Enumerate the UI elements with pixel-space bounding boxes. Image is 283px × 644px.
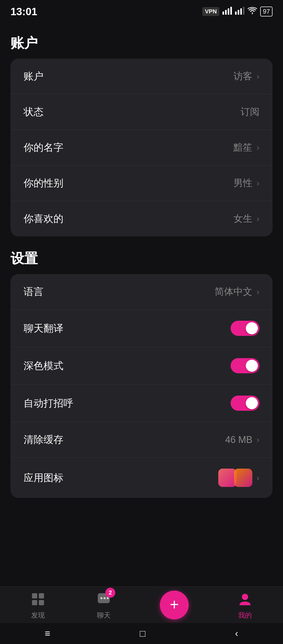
status-bar: 13:01 VPN xyxy=(0,0,283,21)
nav-item-chat[interactable]: 2 聊天 xyxy=(94,590,113,620)
status-label: 状态 xyxy=(24,105,43,119)
svg-rect-11 xyxy=(39,600,44,605)
status-row[interactable]: 状态 订阅 xyxy=(10,94,273,130)
status-time: 13:01 xyxy=(10,6,37,18)
svg-point-15 xyxy=(107,597,109,599)
name-value-group: 黯笙 › xyxy=(233,141,259,154)
language-value-group: 简体中文 › xyxy=(215,285,259,298)
signal-icon xyxy=(222,7,232,16)
dark-mode-row[interactable]: 深色模式 xyxy=(10,347,273,385)
gender-value-group: 男性 › xyxy=(233,177,259,190)
preference-chevron-icon: › xyxy=(257,214,259,224)
clear-cache-label: 清除缓存 xyxy=(24,433,63,446)
preference-label: 你喜欢的 xyxy=(24,212,63,225)
main-content: 账户 账户 访客 › 状态 订阅 你的名字 黯笙 › 你的性别 xyxy=(0,21,283,498)
language-value: 简体中文 xyxy=(215,285,252,298)
language-row[interactable]: 语言 简体中文 › xyxy=(10,274,273,310)
svg-rect-7 xyxy=(243,7,244,15)
svg-rect-0 xyxy=(222,12,224,15)
status-icons: VPN 97 xyxy=(202,7,273,16)
chat-translate-row[interactable]: 聊天翻译 xyxy=(10,310,273,347)
svg-point-16 xyxy=(242,594,248,600)
svg-rect-10 xyxy=(32,600,37,605)
svg-rect-4 xyxy=(235,12,237,15)
app-icon-value-group: › xyxy=(218,469,259,487)
profile-icon xyxy=(236,590,254,609)
preference-value: 女生 xyxy=(233,212,252,225)
chat-translate-knob xyxy=(246,322,258,334)
settings-card: 语言 简体中文 › 聊天翻译 深色模式 自动打招呼 xyxy=(10,274,273,498)
app-icon-row[interactable]: 应用图标 › xyxy=(10,458,273,498)
auto-greet-row[interactable]: 自动打招呼 xyxy=(10,385,273,422)
vpn-icon: VPN xyxy=(202,7,219,16)
nav-label-profile: 我的 xyxy=(238,611,252,620)
chat-translate-label: 聊天翻译 xyxy=(24,322,63,335)
preference-row[interactable]: 你喜欢的 女生 › xyxy=(10,201,273,236)
clear-cache-value: 46 MB xyxy=(225,434,252,445)
account-row[interactable]: 账户 访客 › xyxy=(10,59,273,94)
nav-label-chat: 聊天 xyxy=(97,611,111,620)
account-label: 账户 xyxy=(24,70,43,83)
gender-row[interactable]: 你的性别 男性 › xyxy=(10,165,273,201)
nav-item-profile[interactable]: 我的 xyxy=(236,590,254,620)
app-icon-previews xyxy=(218,469,252,487)
account-section-title: 账户 xyxy=(10,34,273,52)
bottom-nav: 发现 2 聊天 + 我的 xyxy=(0,586,283,623)
language-label: 语言 xyxy=(24,285,43,298)
discover-icon xyxy=(29,590,47,609)
home-button[interactable]: □ xyxy=(140,628,146,639)
account-card: 账户 访客 › 状态 订阅 你的名字 黯笙 › 你的性别 男性 xyxy=(10,59,273,236)
svg-rect-5 xyxy=(238,10,239,15)
gender-value: 男性 xyxy=(233,177,252,190)
auto-greet-toggle[interactable] xyxy=(231,396,259,411)
chat-icon: 2 xyxy=(94,590,113,609)
battery-icon: 97 xyxy=(260,7,273,16)
svg-point-14 xyxy=(104,597,106,599)
dark-mode-label: 深色模式 xyxy=(24,359,63,373)
name-value: 黯笙 xyxy=(233,141,252,154)
clear-cache-chevron-icon: › xyxy=(257,435,259,445)
svg-rect-1 xyxy=(225,10,227,15)
auto-greet-knob xyxy=(246,397,258,409)
fab-button[interactable]: + xyxy=(160,591,189,619)
svg-rect-8 xyxy=(32,593,37,598)
account-value: 访客 xyxy=(233,70,252,83)
account-value-group: 访客 › xyxy=(233,70,259,83)
signal2-icon xyxy=(235,7,244,16)
system-nav: ≡ □ ‹ xyxy=(0,623,283,644)
gender-label: 你的性别 xyxy=(24,176,63,190)
app-icon-chevron-icon: › xyxy=(257,473,259,483)
language-chevron-icon: › xyxy=(257,287,259,297)
fab-icon: + xyxy=(170,597,179,612)
account-chevron-icon: › xyxy=(257,71,259,81)
dark-mode-toggle[interactable] xyxy=(231,358,259,373)
clear-cache-value-group: 46 MB › xyxy=(225,434,259,445)
name-row[interactable]: 你的名字 黯笙 › xyxy=(10,130,273,165)
settings-section-title: 设置 xyxy=(10,249,273,268)
auto-greet-label: 自动打招呼 xyxy=(24,397,73,410)
status-value: 订阅 xyxy=(241,106,259,118)
menu-button[interactable]: ≡ xyxy=(45,628,50,639)
dark-mode-knob xyxy=(246,360,258,372)
svg-rect-6 xyxy=(240,8,242,15)
svg-point-13 xyxy=(100,597,102,599)
nav-item-discover[interactable]: 发现 xyxy=(29,590,47,620)
name-label: 你的名字 xyxy=(24,141,63,154)
preference-value-group: 女生 › xyxy=(233,212,259,225)
clear-cache-row[interactable]: 清除缓存 46 MB › xyxy=(10,422,273,458)
chat-badge: 2 xyxy=(105,588,115,598)
app-icon-preview-2 xyxy=(234,469,252,487)
nav-label-discover: 发现 xyxy=(31,611,45,620)
svg-rect-2 xyxy=(228,8,229,15)
svg-rect-3 xyxy=(230,7,232,15)
wifi-icon xyxy=(248,7,257,16)
chat-translate-toggle[interactable] xyxy=(231,321,259,336)
gender-chevron-icon: › xyxy=(257,178,259,188)
status-value-group: 订阅 xyxy=(241,106,259,118)
app-icon-label: 应用图标 xyxy=(24,471,63,485)
svg-rect-9 xyxy=(39,593,44,598)
back-button[interactable]: ‹ xyxy=(235,628,238,639)
name-chevron-icon: › xyxy=(257,143,259,152)
